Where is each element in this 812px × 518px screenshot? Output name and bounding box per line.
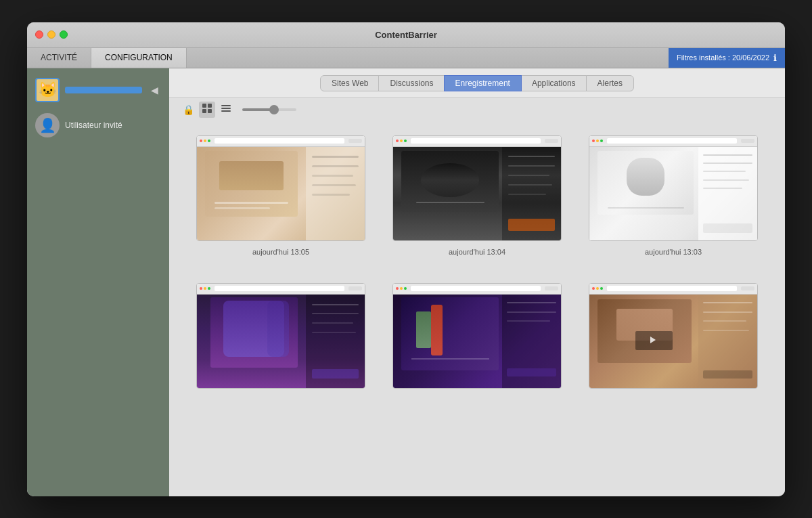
screenshot-thumb-5 xyxy=(392,283,562,389)
window-title: ContentBarrier xyxy=(375,30,437,40)
svg-rect-6 xyxy=(221,110,231,112)
toolbar: 🔒 xyxy=(169,98,785,122)
grid-icon xyxy=(202,104,212,115)
main-panel: Sites Web Discussions Enregistrement App… xyxy=(169,68,785,496)
lock-button[interactable]: 🔒 xyxy=(180,102,196,118)
svg-rect-4 xyxy=(221,105,231,106)
main-user-avatar: 🐱 xyxy=(35,78,60,102)
guest-user-name: Utilisateur invité xyxy=(65,121,122,130)
screenshot-item[interactable]: aujourd'hui 13:04 xyxy=(392,135,562,256)
guest-user-avatar: 👤 xyxy=(35,113,60,137)
filters-badge: Filtres installés : 20/06/2022 ℹ xyxy=(669,48,785,68)
svg-rect-0 xyxy=(202,104,206,108)
subtab-enregistrement[interactable]: Enregistrement xyxy=(444,75,522,91)
list-icon xyxy=(221,104,231,115)
screenshot-thumb-3 xyxy=(589,135,758,241)
tab-configuration[interactable]: CONFIGURATION xyxy=(91,48,187,68)
screenshot-time-1: aujourd'hui 13:05 xyxy=(252,248,309,256)
browser-preview-1 xyxy=(197,136,365,240)
sidebar-user-guest[interactable]: 👤 Utilisateur invité xyxy=(27,109,169,142)
svg-rect-3 xyxy=(208,109,212,113)
browser-preview-5 xyxy=(393,284,561,388)
screenshot-time-3: aujourd'hui 13:03 xyxy=(645,248,702,256)
info-icon: ℹ xyxy=(773,53,777,63)
app-window: ContentBarrier ACTIVITÉ CONFIGURATION Fi… xyxy=(27,22,785,496)
browser-preview-3 xyxy=(589,136,757,240)
subtab-bar: Sites Web Discussions Enregistrement App… xyxy=(169,68,785,98)
screenshot-item[interactable] xyxy=(392,283,562,395)
screenshot-thumb-4 xyxy=(196,283,365,389)
sidebar-collapse-arrow[interactable]: ◀ xyxy=(148,83,161,97)
sidebar: 🐱 ◀ 👤 Utilisateur invité xyxy=(27,68,169,496)
main-user-name-bar xyxy=(65,87,142,93)
screenshot-item[interactable]: aujourd'hui 13:03 xyxy=(589,135,758,256)
size-slider[interactable] xyxy=(242,108,296,111)
screenshot-item[interactable] xyxy=(196,283,365,395)
browser-preview-2 xyxy=(393,136,561,240)
screenshot-item[interactable] xyxy=(589,283,758,395)
sidebar-user-main[interactable]: 🐱 ◀ xyxy=(27,74,169,106)
subtab-sites-web[interactable]: Sites Web xyxy=(320,75,380,91)
grid-view-button[interactable] xyxy=(199,102,215,118)
minimize-button[interactable] xyxy=(47,30,55,39)
screenshot-thumb-1 xyxy=(196,135,365,241)
list-view-button[interactable] xyxy=(218,102,234,118)
tabbar: ACTIVITÉ CONFIGURATION Filtres installés… xyxy=(27,48,785,68)
screenshots-grid: aujourd'hui 13:05 xyxy=(169,122,785,496)
svg-rect-2 xyxy=(202,109,206,113)
maximize-button[interactable] xyxy=(60,30,68,39)
screenshot-thumb-6 xyxy=(589,283,758,389)
tab-activite[interactable]: ACTIVITÉ xyxy=(27,48,91,68)
screenshot-thumb-2 xyxy=(392,135,562,241)
browser-preview-4 xyxy=(197,284,365,388)
subtab-discussions[interactable]: Discussions xyxy=(378,75,445,91)
screenshot-item[interactable]: aujourd'hui 13:05 xyxy=(196,135,365,256)
svg-rect-5 xyxy=(221,108,231,109)
lock-icon: 🔒 xyxy=(183,104,194,115)
screenshot-time-2: aujourd'hui 13:04 xyxy=(449,248,505,256)
titlebar: ContentBarrier xyxy=(27,22,785,48)
traffic-lights xyxy=(35,30,68,39)
svg-rect-1 xyxy=(208,104,212,108)
subtab-applications[interactable]: Applications xyxy=(520,75,587,91)
browser-preview-6 xyxy=(589,284,757,388)
close-button[interactable] xyxy=(35,30,43,39)
content-area: 🐱 ◀ 👤 Utilisateur invité Sites Web Discu… xyxy=(27,68,785,496)
subtab-alertes[interactable]: Alertes xyxy=(586,75,634,91)
